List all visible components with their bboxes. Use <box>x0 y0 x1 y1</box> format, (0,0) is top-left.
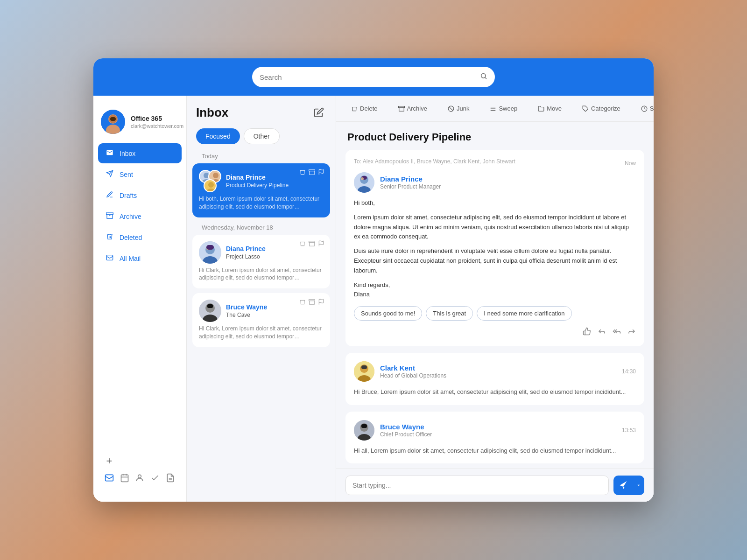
detail-content: Product Delivery Pipeline To: Alex Adamo… <box>336 122 654 469</box>
sidebar-item-archive[interactable]: Archive <box>98 206 182 226</box>
message-card-2[interactable]: Clark Kent Head of Global Operations 14:… <box>345 353 644 405</box>
sidebar: Office 365 clark@watchtower.com Inbox <box>93 96 187 502</box>
reply-button-1[interactable] <box>598 327 606 338</box>
svg-rect-38 <box>207 304 213 308</box>
toolbar-archive-label: Archive <box>407 105 427 112</box>
toolbar-junk-label: Junk <box>457 105 469 112</box>
svg-rect-26 <box>309 170 315 171</box>
email-flag-icon-2[interactable] <box>318 240 324 248</box>
compose-input[interactable] <box>345 476 609 495</box>
toolbar-delete-button[interactable]: Delete <box>345 102 383 115</box>
sidebar-item-allmail[interactable]: All Mail <box>98 248 182 268</box>
compose-area <box>336 469 654 502</box>
toolbar-move-button[interactable]: Move <box>532 102 567 115</box>
message-sender-name-2: Clark Kent <box>380 364 616 372</box>
message-sender-info-1: Diana Prince Senior Product Manager <box>380 175 636 190</box>
forward-button-1[interactable] <box>627 327 636 338</box>
svg-rect-9 <box>106 213 113 214</box>
send-dropdown-button[interactable] <box>633 476 644 495</box>
compose-button[interactable] <box>311 105 326 120</box>
sidebar-label-archive: Archive <box>120 213 141 220</box>
calendar-bottom-icon[interactable] <box>120 473 129 485</box>
date-label-wed: Wednesday, November 18 <box>192 222 330 235</box>
tab-focused[interactable]: Focused <box>196 128 240 144</box>
archive-icon <box>106 212 114 221</box>
drafts-icon <box>106 191 114 200</box>
quick-reply-this-is-great[interactable]: This is great <box>426 306 473 321</box>
svg-point-24 <box>208 182 214 188</box>
message-sender-info-3: Bruce Wayne Chief Product Officer <box>380 423 616 438</box>
app-container: Office 365 clark@watchtower.com Inbox <box>93 58 654 502</box>
message-header-1: Diana Prince Senior Product Manager <box>354 172 636 193</box>
toolbar-archive-button[interactable]: Archive <box>393 102 433 115</box>
main-layout: Office 365 clark@watchtower.com Inbox <box>93 96 654 502</box>
add-button[interactable]: + <box>101 453 118 469</box>
date-label-today: Today <box>192 151 330 163</box>
tasks-bottom-icon[interactable] <box>150 473 160 485</box>
email-card-3[interactable]: Bruce Wayne The Cave <box>192 293 330 347</box>
sidebar-item-drafts[interactable]: Drafts <box>98 185 182 205</box>
sidebar-item-sent[interactable]: Sent <box>98 164 182 184</box>
toolbar-junk-button[interactable]: Junk <box>442 102 475 115</box>
email-detail-panel: Delete Archive Junk <box>336 96 654 502</box>
search-bar[interactable] <box>252 67 495 87</box>
email-delete-icon-2[interactable] <box>299 240 306 248</box>
search-input[interactable] <box>260 73 475 81</box>
sidebar-user-email: clark@watchtower.com <box>131 123 183 129</box>
toolbar-snooze-label: Snooze <box>650 105 654 112</box>
email-card-1[interactable]: Diana Prince Product Delivery Pipeline <box>192 163 330 217</box>
email-actions-2 <box>299 240 324 248</box>
email-archive-icon-1[interactable] <box>309 169 315 177</box>
message-time-2: 14:30 <box>622 368 636 375</box>
message-card-3[interactable]: Bruce Wayne Chief Product Officer 13:53 … <box>345 412 644 464</box>
email-archive-icon-3[interactable] <box>309 299 315 307</box>
email-avatar-3 <box>199 300 221 322</box>
toolbar-move-label: Move <box>547 105 562 112</box>
contacts-bottom-icon[interactable] <box>135 473 144 485</box>
toolbar-snooze-button[interactable]: Snooze <box>635 102 654 115</box>
send-button[interactable] <box>613 476 633 495</box>
quick-reply-sounds-good[interactable]: Sounds good to me! <box>354 306 422 321</box>
tab-row: Focused Other <box>187 125 336 151</box>
sidebar-item-inbox[interactable]: Inbox <box>98 143 182 163</box>
email-delete-icon-1[interactable] <box>299 169 306 177</box>
send-btn-group <box>613 476 644 495</box>
message-body-1: Hi both, Lorem ipsum dolor sit amet, con… <box>354 198 636 300</box>
message-avatar-2 <box>354 361 374 382</box>
svg-point-25 <box>206 189 216 192</box>
message-header-2: Clark Kent Head of Global Operations 14:… <box>354 361 636 382</box>
svg-line-1 <box>485 77 486 79</box>
svg-rect-32 <box>206 245 214 250</box>
email-card-2-header: Diana Prince Project Lasso <box>199 241 324 264</box>
svg-point-0 <box>481 74 486 78</box>
email-archive-icon-2[interactable] <box>309 240 315 248</box>
reply-all-button-1[interactable] <box>613 327 621 338</box>
tab-other[interactable]: Other <box>244 128 280 144</box>
message-time-3: 13:53 <box>622 427 636 434</box>
email-actions-3 <box>299 299 324 307</box>
toolbar-categorize-button[interactable]: Categorize <box>577 102 626 115</box>
message-para-3: Kind regards, Diana <box>354 280 636 300</box>
quick-reply-clarification[interactable]: I need some more clarification <box>477 306 571 321</box>
email-card-2[interactable]: Diana Prince Project Lasso <box>192 235 330 289</box>
message-sender-info-2: Clark Kent Head of Global Operations <box>380 364 616 379</box>
message-preview-2: Hi Bruce, Lorem ipsum dolor sit amet, co… <box>354 387 636 397</box>
sidebar-item-deleted[interactable]: Deleted <box>98 227 182 247</box>
toolbar-sweep-button[interactable]: Sweep <box>484 102 523 115</box>
message-preview-3: Hi all, Lorem ipsum dolor sit amet, cons… <box>354 446 636 455</box>
sidebar-label-sent: Sent <box>120 171 133 178</box>
svg-rect-11 <box>106 255 113 260</box>
email-delete-icon-3[interactable] <box>299 299 306 307</box>
sidebar-label-allmail: All Mail <box>120 255 141 262</box>
svg-point-17 <box>138 475 141 478</box>
mail-bottom-icon[interactable] <box>105 473 114 485</box>
deleted-icon <box>106 233 114 242</box>
notes-bottom-icon[interactable] <box>166 473 175 485</box>
email-flag-icon-1[interactable] <box>318 169 324 177</box>
sidebar-profile: Office 365 clark@watchtower.com <box>93 105 186 143</box>
like-button-1[interactable] <box>583 327 591 338</box>
email-actions-1 <box>299 169 324 177</box>
email-flag-icon-3[interactable] <box>318 299 324 307</box>
message-sender-name-3: Bruce Wayne <box>380 423 616 431</box>
svg-rect-13 <box>121 475 128 482</box>
